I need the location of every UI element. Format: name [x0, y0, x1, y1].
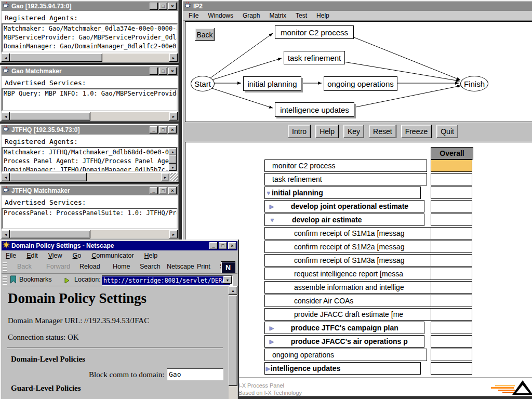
- ip2-menu-file[interactable]: File: [189, 12, 198, 19]
- freeze-button[interactable]: Freeze: [401, 125, 432, 138]
- netscape-n-logo-icon[interactable]: N: [221, 261, 235, 273]
- location-dropdown-icon[interactable]: ▼: [223, 276, 232, 284]
- scroll-up-icon[interactable]: ▲: [169, 148, 177, 155]
- ip2-menu-help[interactable]: Help: [316, 12, 329, 19]
- expander-right-icon[interactable]: ▶: [270, 325, 274, 331]
- key-button[interactable]: Key: [343, 125, 364, 138]
- horizontal-scrollbar[interactable]: ◄ ►: [2, 54, 178, 62]
- horizontal-scrollbar[interactable]: ◄ ►: [2, 230, 178, 238]
- scrollbar-thumb[interactable]: [229, 295, 237, 386]
- task-row[interactable]: ▼initial planning: [264, 187, 421, 199]
- forward-nav-button[interactable]: Forward: [46, 263, 70, 270]
- overall-cell[interactable]: [431, 335, 472, 348]
- task-row[interactable]: ▶produce JFACC's air operations p: [264, 335, 424, 348]
- overall-cell[interactable]: [431, 322, 472, 334]
- menu-go[interactable]: Go: [73, 252, 82, 259]
- overall-cell[interactable]: [431, 281, 472, 294]
- horizontal-scrollbar[interactable]: ◄ ►: [2, 112, 178, 121]
- task-row[interactable]: ▶intelligence updates: [264, 362, 421, 375]
- scroll-right-icon[interactable]: ►: [169, 54, 178, 62]
- jtfhq-agent-list[interactable]: Matchmaker: JTFHQ/Matchmaker_0dlb68dd-00…: [2, 147, 178, 172]
- ip2-menu-test[interactable]: Test: [296, 12, 307, 19]
- overall-cell[interactable]: [431, 362, 472, 375]
- graph-node-initial-planning[interactable]: initial planning: [243, 76, 301, 91]
- scroll-up-icon[interactable]: ▲: [229, 286, 237, 295]
- bookmark-icon[interactable]: [10, 275, 17, 286]
- task-row[interactable]: confirm receipt of S1M2a [messag: [264, 241, 449, 253]
- reset-button[interactable]: Reset: [369, 125, 396, 138]
- close-button[interactable]: ×: [168, 187, 177, 194]
- maximize-button[interactable]: □: [159, 187, 167, 194]
- close-button[interactable]: ×: [168, 126, 177, 134]
- overall-cell[interactable]: [431, 308, 472, 321]
- scroll-left-icon[interactable]: ◄: [2, 112, 10, 121]
- block-comm-input[interactable]: [167, 368, 223, 380]
- scrollbar-thumb[interactable]: [169, 155, 177, 164]
- overall-cell[interactable]: [431, 295, 472, 307]
- print-nav-button[interactable]: Print: [197, 263, 210, 270]
- close-button[interactable]: ×: [168, 3, 177, 10]
- scroll-right-icon[interactable]: ►: [161, 173, 169, 181]
- vertical-scrollbar[interactable]: ▲ ▼: [169, 148, 177, 171]
- expander-down-icon[interactable]: ▼: [266, 190, 271, 196]
- graph-node-monitor-c2-process[interactable]: monitor C2 process: [275, 25, 354, 39]
- ip2-menu-windows[interactable]: Windows: [208, 12, 233, 19]
- gao-agent-list[interactable]: Matchmaker: Gao/Matchmaker_0dla374e-00e0…: [2, 23, 178, 52]
- scroll-right-icon[interactable]: ►: [169, 230, 178, 238]
- bookmarks-label[interactable]: Bookmarks: [19, 276, 52, 283]
- maximize-button[interactable]: □: [219, 242, 227, 249]
- scroll-down-icon[interactable]: ▼: [169, 164, 177, 171]
- graph-node-start[interactable]: Start: [191, 76, 215, 91]
- task-row[interactable]: request intelligence report [messa: [264, 268, 449, 280]
- overall-cell[interactable]: [431, 227, 472, 240]
- task-row[interactable]: ▼develop air estimate: [264, 214, 424, 226]
- task-row[interactable]: provide JFACC draft estimate [me: [264, 308, 449, 321]
- home-nav-button[interactable]: Home: [113, 263, 130, 270]
- quit-button[interactable]: Quit: [436, 125, 458, 138]
- menu-file[interactable]: File: [6, 252, 16, 259]
- close-button[interactable]: ×: [168, 68, 177, 75]
- help-button[interactable]: Help: [315, 125, 339, 138]
- reload-nav-button[interactable]: Reload: [79, 263, 100, 270]
- graph-node-task-refinement[interactable]: task refinement: [284, 51, 345, 64]
- overall-cell[interactable]: [431, 349, 472, 361]
- scroll-left-icon[interactable]: ◄: [2, 173, 10, 181]
- expander-right-icon[interactable]: ▶: [270, 204, 274, 209]
- intro-button[interactable]: Intro: [288, 125, 311, 138]
- minimize-button[interactable]: _: [150, 3, 158, 10]
- expander-right-icon[interactable]: ▶: [266, 366, 270, 371]
- menu-help[interactable]: Help: [144, 252, 158, 259]
- task-row[interactable]: ▶produce JTFC's campaign plan: [264, 322, 424, 334]
- scroll-left-icon[interactable]: ◄: [2, 54, 10, 62]
- scrollbar-thumb[interactable]: [10, 230, 90, 238]
- graph-node-ongoing-operations[interactable]: ongoing operations: [324, 76, 397, 91]
- back-button[interactable]: Back: [195, 28, 215, 41]
- graph-node-finish[interactable]: Finish: [460, 76, 488, 91]
- task-row[interactable]: assemble information and intellige: [264, 281, 449, 294]
- maximize-button[interactable]: □: [159, 3, 167, 10]
- task-row[interactable]: task refinement: [264, 173, 427, 185]
- maximize-button[interactable]: □: [159, 68, 167, 75]
- search-nav-button[interactable]: Search: [140, 263, 161, 270]
- overall-cell[interactable]: [431, 159, 472, 172]
- overall-cell[interactable]: [431, 200, 472, 212]
- scroll-right-icon[interactable]: ►: [169, 112, 178, 121]
- expander-right-icon[interactable]: ▶: [270, 339, 274, 344]
- page-vertical-scrollbar[interactable]: ▲: [229, 286, 237, 399]
- scroll-left-icon[interactable]: ◄: [2, 230, 10, 238]
- toolbar-grip[interactable]: [3, 275, 7, 285]
- scrollbar-thumb[interactable]: [10, 112, 90, 121]
- task-row[interactable]: confirm receipt of S1M1a [messag: [264, 227, 449, 240]
- maximize-button[interactable]: □: [159, 126, 167, 134]
- jtfhq-titlebar[interactable]: JTFHQ [192.35.94.73:0] _□×: [2, 125, 178, 135]
- netscape-titlebar[interactable]: Domain Policy Settings - Netscape _□×: [2, 241, 237, 250]
- horizontal-scrollbar[interactable]: ◄ ►: [2, 173, 169, 181]
- menu-communicator[interactable]: Communicator: [91, 252, 134, 259]
- minimize-button[interactable]: _: [150, 126, 158, 134]
- scrollbar-thumb[interactable]: [10, 54, 102, 62]
- gao-titlebar[interactable]: Gao [192.35.94.73:0] _□×: [2, 2, 178, 11]
- overall-cell[interactable]: [431, 173, 472, 185]
- ip2-menu-graph[interactable]: Graph: [243, 12, 260, 19]
- graph-node-intelligence-updates[interactable]: intelligence updates: [275, 102, 354, 117]
- task-row[interactable]: consider Air COAs: [264, 295, 449, 307]
